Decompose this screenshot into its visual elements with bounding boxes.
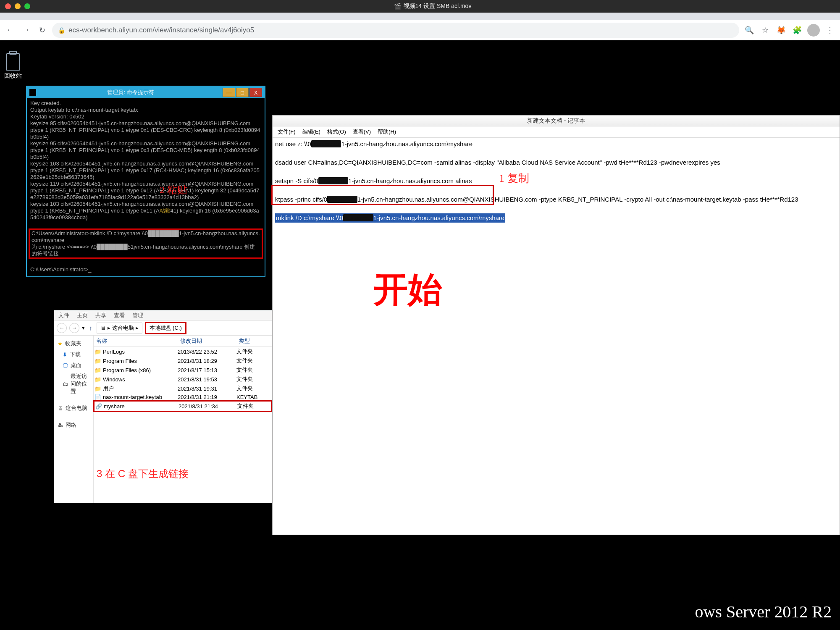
back-icon[interactable]: ← [4, 24, 16, 36]
recent-button[interactable]: ▾ [82, 325, 85, 331]
file-date: 2021/8/31 18:29 [178, 358, 236, 364]
menu-icon[interactable]: ⋮ [824, 24, 836, 36]
folder-icon: 📁 [94, 358, 102, 364]
sidebar-item-recent[interactable]: 🗂最近访问的位置 [54, 371, 93, 397]
tab-view[interactable]: 查看 [114, 312, 125, 319]
sidebar-item-downloads[interactable]: ⬇下载 [54, 349, 93, 360]
back-button[interactable]: ← [57, 323, 67, 333]
forward-icon[interactable]: → [20, 24, 32, 36]
notepad-menu[interactable]: 文件(F) 编辑(E) 格式(O) 查看(V) 帮助(H) [273, 126, 840, 138]
download-icon: ⬇ [63, 352, 67, 358]
recycle-bin-label: 回收站 [3, 72, 23, 80]
hdr-type[interactable]: 类型 [236, 336, 270, 346]
list-header[interactable]: 名称 修改日期 类型 [94, 336, 272, 347]
cmd-maximize-button[interactable]: □ [236, 88, 249, 97]
cmd-minimize-button[interactable]: — [223, 88, 235, 97]
recent-icon: 🗂 [63, 381, 68, 387]
table-row[interactable]: 📁Program Files2021/8/31 18:29文件夹 [94, 356, 272, 365]
cmd-titlebar[interactable]: 管理员: 命令提示符 — □ X [27, 87, 265, 98]
table-row[interactable]: 🔗myshare2021/8/31 21:34文件夹 [93, 400, 272, 412]
extensions-icon[interactable]: 🧩 [791, 24, 803, 36]
file-type: 文件夹 [236, 375, 270, 383]
file-name: PerfLogs [102, 349, 178, 355]
browser-toolbar: ← → ↻ 🔒 ecs-workbench.aliyun.com/view/in… [0, 20, 840, 40]
star-icon[interactable]: ☆ [759, 24, 771, 36]
url-text: ecs-workbench.aliyun.com/view/instance/s… [68, 26, 254, 34]
file-type: 文件夹 [236, 385, 270, 392]
np-l5a: mklink /D c:\myshare \\0 [276, 214, 343, 221]
tab-file[interactable]: 文件 [58, 312, 69, 319]
table-row[interactable]: 📁PerfLogs2013/8/22 23:52文件夹 [94, 347, 272, 356]
address-bar[interactable]: 🔒 ecs-workbench.aliyun.com/view/instance… [52, 23, 739, 38]
notepad-title[interactable]: 新建文本文档 - 记事本 [273, 116, 840, 126]
annotation-box-copy [271, 185, 494, 205]
explorer-addressbar: ← → ▾ ↑ 🖥 ▸ 这台电脑 ▸ 本地磁盘 (C:) [54, 320, 272, 336]
windows-watermark: ows Server 2012 R2 [695, 602, 832, 622]
tab-share[interactable]: 共享 [95, 312, 106, 319]
cmd-close-button[interactable]: X [249, 88, 262, 97]
crumb-thispc[interactable]: 🖥 ▸ 这台电脑 ▸ [97, 323, 142, 333]
cmd-prompt: C:\Users\Administrator>_ [30, 266, 92, 273]
sidebar-favorites-label: 收藏夹 [65, 340, 81, 347]
sidebar-recent-label: 最近访问的位置 [71, 373, 90, 395]
np-l1b: 1-jvn5.cn-hangzhou.nas.aliyuncs.com\mysh… [341, 140, 472, 147]
up-button[interactable]: ↑ [87, 324, 94, 331]
sidebar-item-favorites[interactable]: ★收藏夹 [54, 338, 93, 349]
explorer-sidebar[interactable]: ★收藏夹 ⬇下载 🖵桌面 🗂最近访问的位置 🖥这台电脑 🖧网络 [54, 336, 94, 503]
table-row[interactable]: 📁Windows2021/8/31 19:53文件夹 [94, 375, 272, 384]
sidebar-item-thispc[interactable]: 🖥这台电脑 [54, 403, 93, 414]
minimize-icon[interactable] [15, 3, 21, 9]
reload-icon[interactable]: ↻ [36, 24, 48, 36]
file-date: 2021/8/31 21:19 [178, 394, 236, 400]
cmd-output[interactable]: Key created. Output keytab to c:\nas-mou… [27, 98, 265, 276]
forward-button[interactable]: → [69, 323, 79, 333]
sidebar-item-network[interactable]: 🖧网络 [54, 420, 93, 430]
notepad-body[interactable]: net use z: \\0xxxxxxxxx1-jvn5.cn-hangzho… [273, 138, 840, 535]
windows-desktop[interactable]: 回收站 管理员: 命令提示符 — □ X Key created. Output… [0, 47, 840, 630]
table-row[interactable]: 📄nas-mount-target.keytab2021/8/31 21:19K… [94, 393, 272, 401]
file-date: 2021/8/31 19:53 [178, 376, 236, 383]
desktop-icon: 🖵 [63, 362, 68, 369]
maximize-icon[interactable] [24, 3, 30, 9]
menu-format[interactable]: 格式(O) [325, 127, 349, 136]
profile-icon[interactable] [807, 24, 820, 37]
sidebar-dl-label: 下载 [70, 351, 81, 358]
cmd-window[interactable]: 管理员: 命令提示符 — □ X Key created. Output key… [26, 86, 265, 277]
cmd-mklink-line1: C:\Users\Administrator>mklink /D c:\mysh… [32, 230, 260, 243]
macos-title: 视频14 设置 SMB acl.mov [404, 3, 472, 10]
pc-icon: 🖥 [100, 325, 106, 331]
redacted-icon: xxxxxxxxx [343, 214, 373, 221]
sidebar-item-desktop[interactable]: 🖵桌面 [54, 360, 93, 371]
table-row[interactable]: 📁用户2021/8/31 19:31文件夹 [94, 384, 272, 393]
trash-icon [6, 53, 20, 71]
menu-view[interactable]: 查看(V) [350, 127, 373, 136]
file-type: KEYTAB [236, 394, 270, 400]
tab-manage[interactable]: 管理 [132, 312, 143, 319]
notepad-window[interactable]: 新建文本文档 - 记事本 文件(F) 编辑(E) 格式(O) 查看(V) 帮助(… [272, 115, 840, 535]
crumb-c-drive[interactable]: 本地磁盘 (C:) [145, 322, 186, 334]
folder-icon: 📁 [94, 376, 102, 383]
hdr-name[interactable]: 名称 [94, 336, 178, 346]
np-l3b: 1-jvn5.cn-hangzhou.nas.aliyuncs.com alin… [348, 177, 472, 184]
sidebar-pc-label: 这台电脑 [66, 404, 87, 412]
file-name: 用户 [102, 385, 178, 392]
menu-help[interactable]: 帮助(H) [375, 127, 399, 136]
close-icon[interactable] [5, 3, 11, 9]
menu-edit[interactable]: 编辑(E) [300, 127, 323, 136]
tab-home[interactable]: 主页 [77, 312, 88, 319]
menu-file[interactable]: 文件(F) [275, 127, 298, 136]
file-name: nas-mount-target.keytab [102, 394, 178, 400]
file-date: 2021/8/31 19:31 [178, 386, 236, 392]
cmd-title: 管理员: 命令提示符 [39, 89, 222, 96]
redacted-icon: xxxxxxxxx [318, 177, 349, 184]
annotation-2-paste: 2 粘贴 [160, 183, 187, 197]
search-icon[interactable]: 🔍 [743, 24, 755, 36]
table-row[interactable]: 📁Program Files (x86)2021/8/17 15:13文件夹 [94, 365, 272, 375]
hdr-date[interactable]: 修改日期 [178, 336, 236, 346]
explorer-ribbon-tabs[interactable]: 文件 主页 共享 查看 管理 [54, 310, 272, 320]
extension-icon[interactable]: 🦊 [775, 24, 787, 36]
cmd-highlight-mklink: C:\Users\Administrator>mklink /D c:\mysh… [29, 228, 263, 259]
video-file-icon: 🎬 [394, 3, 401, 10]
crumb-c-label: 本地磁盘 (C:) [150, 324, 182, 332]
recycle-bin[interactable]: 回收站 [3, 53, 23, 80]
